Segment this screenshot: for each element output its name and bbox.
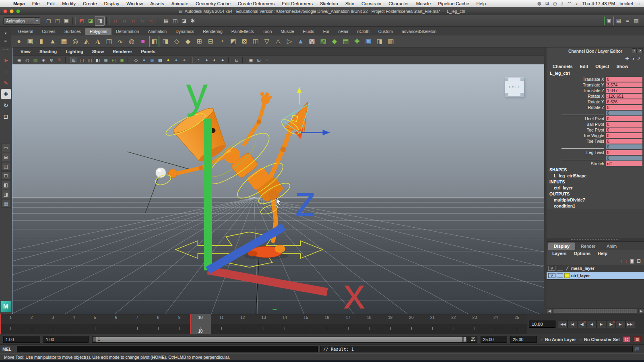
divider[interactable]: [65, 57, 68, 63]
frame-cell[interactable]: 7: [126, 314, 147, 334]
channel-value-field[interactable]: 0: [606, 105, 642, 110]
lasso-select-tool-icon[interactable]: ◌: [1, 66, 11, 77]
layer-color-swatch[interactable]: ╱: [564, 266, 570, 271]
shelf-tab[interactable]: Polygons: [85, 28, 111, 35]
frame-cell[interactable]: 23: [464, 314, 485, 334]
menu-item[interactable]: Skeleton: [316, 1, 342, 6]
go-to-start-button[interactable]: |◀◀: [558, 320, 568, 328]
divider[interactable]: [106, 17, 109, 25]
rotate-tool-icon[interactable]: ↻: [1, 100, 11, 111]
shelf-tab[interactable]: Fluids: [299, 28, 319, 35]
menu-item[interactable]: Create: [79, 1, 101, 6]
scrollbar-thumb[interactable]: [553, 309, 638, 313]
move-tool-icon[interactable]: ✚: [1, 89, 11, 99]
menu-item[interactable]: File: [29, 1, 43, 6]
layer-type-box[interactable]: [557, 266, 563, 271]
shaded-icon[interactable]: ●: [140, 57, 148, 63]
channel-value-field[interactable]: 0: [606, 116, 642, 121]
uv-move-icon[interactable]: ◆: [329, 36, 340, 47]
anim-layer-dropdown[interactable]: ⌄ No Anim Layer: [540, 337, 576, 342]
gate-mask-icon[interactable]: ◧: [94, 57, 101, 63]
shelf-tab[interactable]: Surfaces: [60, 28, 85, 35]
frame-cell[interactable]: 10 10: [190, 314, 211, 334]
channel-box-menu-item[interactable]: Object: [592, 64, 612, 69]
mirror-weights-icon[interactable]: ◨: [374, 36, 385, 47]
panel-menu-item[interactable]: Shading: [35, 49, 61, 54]
scene-3d-view[interactable]: LEFT y x z: [12, 64, 544, 314]
channel-section-entry[interactable]: OUTPUTS: [547, 191, 644, 197]
new-empty-layer-icon[interactable]: ▣: [630, 258, 634, 264]
divider[interactable]: [228, 57, 231, 63]
layer-editor-tab[interactable]: Anim: [601, 243, 622, 250]
volume-icon[interactable]: ♪: [576, 1, 578, 6]
script-editor-icon[interactable]: ▤: [635, 346, 642, 352]
shelf-tab[interactable]: Animation: [143, 28, 171, 35]
layout-persp-graph-icon[interactable]: ◨: [1, 190, 11, 198]
poly-mirror-icon[interactable]: ◫: [250, 36, 261, 47]
app-status-icon[interactable]: ◍: [537, 1, 541, 6]
checker-icon[interactable]: ▩: [157, 57, 164, 63]
layout-four-pane-icon[interactable]: ⊞: [1, 153, 11, 161]
animation-end-field[interactable]: 25.00: [510, 336, 537, 343]
time-slider-frames[interactable]: 1 2 3 4 5 6: [0, 314, 527, 334]
scale-tool-icon[interactable]: ⊡: [1, 111, 11, 122]
uv-editor-icon[interactable]: ▤: [341, 36, 351, 47]
channel-box-menu-item[interactable]: Edit: [577, 64, 591, 69]
selection-highlight-icon[interactable]: ⊡: [233, 57, 240, 63]
poly-torus-icon[interactable]: ◎: [70, 36, 80, 47]
channel-value-field[interactable]: 6.626: [606, 99, 642, 104]
bluetooth-icon[interactable]: ᛒ: [561, 1, 564, 6]
poly-reduce-icon[interactable]: ▽: [262, 36, 272, 47]
channel-box-menu-item[interactable]: Channels: [550, 64, 576, 69]
go-to-end-button[interactable]: ▶▶|: [625, 320, 635, 328]
frame-cell[interactable]: 13: [253, 314, 274, 334]
poly-bevel-icon[interactable]: ◩: [228, 36, 238, 47]
layer-editor-menu-item[interactable]: Layers: [549, 251, 570, 256]
current-time-field[interactable]: 10.00: [529, 321, 555, 328]
frame-cell[interactable]: 18: [359, 314, 380, 334]
field-chart-icon[interactable]: ⊠: [102, 57, 109, 63]
scroll-left-button[interactable]: ◀: [547, 309, 552, 313]
close-panel-button[interactable]: ×: [638, 48, 643, 53]
channel-box-menu-item[interactable]: Show: [614, 64, 631, 69]
frame-cell[interactable]: 12: [232, 314, 253, 334]
channel-label[interactable]: Heel Pivot: [547, 116, 606, 121]
poly-plane-icon[interactable]: ▦: [59, 36, 69, 47]
wireframe-icon[interactable]: ◇: [132, 57, 140, 63]
poly-prism-icon[interactable]: ◭: [81, 36, 92, 47]
open-scene-icon[interactable]: ◰: [53, 16, 62, 25]
selected-object-name[interactable]: L_leg_ctrl: [547, 70, 644, 76]
close-window-button[interactable]: [3, 9, 7, 13]
panel-menu-item[interactable]: Lighting: [62, 49, 87, 54]
channel-value-field[interactable]: -126.651: [606, 94, 642, 99]
shelf-tab[interactable]: General: [14, 28, 37, 35]
poly-separate-icon[interactable]: ⊟: [205, 36, 216, 47]
channel-value-field[interactable]: 1.047: [606, 88, 642, 93]
layer-editor-menu-item[interactable]: Help: [594, 251, 611, 256]
spotlight-icon[interactable]: ◌: [637, 1, 640, 6]
image-plane-icon[interactable]: ◈: [40, 57, 47, 63]
channel-section-entry[interactable]: L_leg_ctrlShape: [547, 173, 644, 179]
grease-pencil-icon[interactable]: ✎: [56, 57, 63, 63]
poly-cube-icon[interactable]: ▣: [25, 36, 35, 47]
layer-visibility-toggle[interactable]: V: [548, 266, 555, 271]
sculpt-tool-icon[interactable]: ▲: [295, 36, 306, 47]
select-component-icon[interactable]: ◨: [95, 16, 105, 26]
interactive-creation-icon[interactable]: ■: [138, 36, 148, 47]
layer-editor-tab[interactable]: Display: [548, 243, 575, 250]
poly-pyramid-icon[interactable]: ◮: [93, 36, 103, 47]
animation-start-field[interactable]: 1.00: [3, 336, 40, 343]
snap-curve-icon[interactable]: ∩: [120, 16, 129, 25]
channel-label[interactable]: Rotate Z: [547, 105, 606, 110]
menu-item[interactable]: Muscle: [413, 1, 434, 6]
layout-hypershade-icon[interactable]: ▦: [1, 199, 11, 208]
uv-checker-icon[interactable]: ▩: [307, 36, 317, 47]
layout-single-pane-icon[interactable]: ▭: [1, 144, 11, 152]
shelf-tab[interactable]: Fur: [319, 28, 334, 35]
layout-two-stacked-icon[interactable]: ⊟: [1, 171, 11, 180]
frame-cell[interactable]: 16: [316, 314, 337, 334]
grid-toggle-icon[interactable]: ⊞: [70, 57, 77, 63]
frame-cell[interactable]: 22: [443, 314, 464, 334]
frame-cell[interactable]: 11: [211, 314, 232, 334]
speed-control-icon[interactable]: ◑: [632, 56, 634, 62]
